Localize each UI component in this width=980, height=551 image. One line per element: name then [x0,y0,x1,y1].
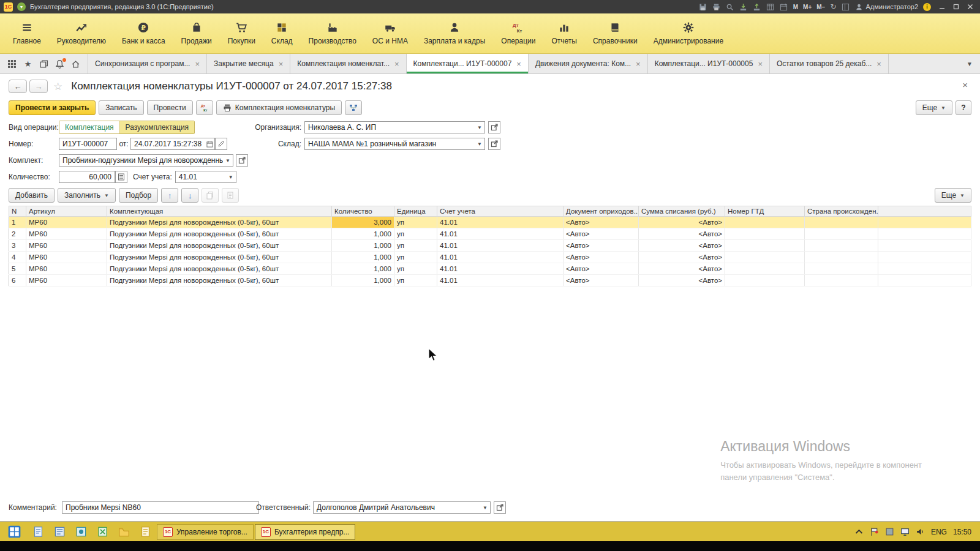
table-cell[interactable] [805,217,878,228]
table-cell[interactable]: 5 [9,263,26,275]
table-cell[interactable]: <Авто> [639,275,725,287]
favorites-star-icon[interactable]: ★ [23,59,32,69]
table-cell[interactable]: 41.01 [437,228,564,240]
table-cell[interactable]: 3,000 [332,217,394,228]
tray-expand-icon[interactable] [854,527,864,536]
quantity-input[interactable] [59,171,115,183]
table-cell[interactable]: 1,000 [332,228,394,240]
print-icon[interactable] [712,2,721,11]
date-input[interactable]: 24.07.2017 15:27:38 [130,138,215,150]
table-row[interactable]: 4MP60Подгузники Mepsi для новорожденных … [9,252,971,263]
number-input[interactable] [59,138,117,150]
chevron-down-icon[interactable]: ▼ [480,505,490,511]
paste-rows-button[interactable] [222,188,239,203]
organization-open-button[interactable] [488,121,500,133]
ribbon-item-ruble[interactable]: ₽Банк и касса [114,13,173,53]
table-cell[interactable]: уп [394,228,437,240]
refresh-icon[interactable]: ↻ [830,3,836,10]
ribbon-item-person[interactable]: Зарплата и кадры [416,13,493,53]
table-cell[interactable] [725,217,805,228]
link-icon[interactable] [842,2,850,11]
pick-button[interactable]: Подбор [119,188,158,203]
table-cell[interactable]: <Авто> [564,217,639,228]
table-cell[interactable]: <Авто> [639,263,725,275]
ribbon-item-chart[interactable]: Руководителю [49,13,114,53]
export-icon[interactable] [753,2,761,11]
save-icon[interactable] [699,2,707,11]
pinned-app-icon-2[interactable] [49,522,70,541]
report-structure-button[interactable] [345,100,362,115]
tab-overflow-button[interactable]: ▼ [959,54,980,73]
table-cell[interactable]: MP60 [26,228,107,240]
pinned-app-icon-3[interactable] [70,522,91,541]
warehouse-combo[interactable]: НАША МАМА №1 розничный магазин ▼ [304,138,485,150]
comment-input[interactable] [62,501,259,514]
tab-5[interactable]: Движения документа: Ком...× [528,54,647,73]
tray-volume-icon[interactable] [916,527,925,536]
pinned-app-icon-5[interactable] [113,522,134,541]
table-cell[interactable] [725,240,805,252]
tab-4[interactable]: Комплектаци... И1УТ-000007× [406,54,528,73]
table-cell[interactable] [805,263,878,275]
memory-m-button[interactable]: M [793,4,798,10]
tray-storage-icon[interactable] [885,527,894,536]
kit-open-button[interactable] [236,154,248,167]
warehouse-open-button[interactable] [488,138,500,150]
pinned-app-icon-1[interactable] [28,522,48,541]
tab-7[interactable]: Остатки товаров 25 декаб...× [769,54,889,73]
column-header[interactable]: Сумма списания (руб.) [639,206,725,217]
start-button[interactable] [1,522,27,541]
table-cell[interactable]: 6 [9,275,26,287]
chevron-down-icon[interactable]: ▼ [475,125,484,130]
table-cell[interactable]: <Авто> [564,240,639,252]
table-cell[interactable]: <Авто> [639,240,725,252]
table-cell[interactable]: <Авто> [564,263,639,275]
table-cell[interactable]: 4 [9,252,26,263]
back-button[interactable]: ← [9,80,27,93]
table-cell[interactable]: 41.01 [437,217,564,228]
help-button[interactable]: ? [956,100,971,115]
ribbon-item-truck[interactable]: ОС и НМА [364,13,416,53]
table-cell[interactable]: <Авто> [564,228,639,240]
ribbon-item-boxes[interactable]: Склад [263,13,301,53]
main-menu-button[interactable]: ▾ [17,2,26,11]
table-cell[interactable]: MP60 [26,252,107,263]
responsible-open-button[interactable] [494,501,506,514]
tab-close-icon[interactable]: × [758,60,763,68]
post-button[interactable]: Провести [147,100,193,115]
print-form-button[interactable]: Комплектация номенклатуры [216,100,342,115]
table-cell[interactable]: Подгузники Mepsi для новорожденных (0-5к… [107,240,332,252]
table-cell[interactable]: 2 [9,228,26,240]
memory-mminus-button[interactable]: M− [816,4,825,10]
table-cell[interactable]: 1,000 [332,240,394,252]
column-header[interactable]: Комплектующая [107,206,332,217]
ribbon-item-dtkt[interactable]: ДтКтОперации [493,13,543,53]
table-cell[interactable]: Подгузники Mepsi для новорожденных (0-5к… [107,275,332,287]
column-header[interactable]: Счет учета [437,206,564,217]
column-header[interactable]: N [9,206,26,217]
set-time-button[interactable] [215,138,227,150]
table-cell[interactable]: Подгузники Mepsi для новорожденных (0-5к… [107,263,332,275]
column-header[interactable]: Единица [394,206,437,217]
tray-display-icon[interactable] [900,527,910,536]
table-cell[interactable]: уп [394,252,437,263]
table-cell[interactable] [805,252,878,263]
info-icon[interactable]: i [923,3,931,11]
table-cell[interactable]: <Авто> [639,252,725,263]
calendar-icon[interactable] [780,2,788,11]
table-cell[interactable]: 3 [9,240,26,252]
ribbon-item-barchart[interactable]: Отчеты [543,13,584,53]
history-windows-icon[interactable] [39,59,48,69]
chevron-down-icon[interactable]: ▼ [475,141,484,147]
favorite-star-icon[interactable]: ☆ [53,80,62,93]
language-indicator[interactable]: ENG [931,528,947,536]
table-cell[interactable]: уп [394,275,437,287]
table-cell[interactable]: 41.01 [437,252,564,263]
table-cell[interactable]: MP60 [26,217,107,228]
table-cell[interactable] [725,252,805,263]
preview-icon[interactable] [726,2,734,11]
pinned-app-icon-6[interactable] [135,522,156,541]
table-cell[interactable]: Подгузники Mepsi для новорожденных (0-5к… [107,228,332,240]
table-cell[interactable] [725,275,805,287]
table-row[interactable]: 2MP60Подгузники Mepsi для новорожденных … [9,228,971,240]
